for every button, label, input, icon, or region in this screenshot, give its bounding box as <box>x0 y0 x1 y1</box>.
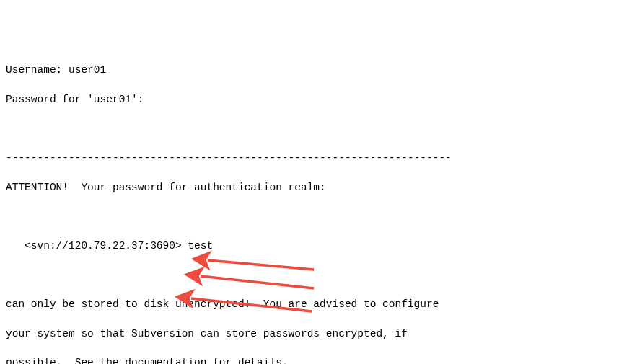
line-password-prompt[interactable]: Password for 'user01': <box>6 92 631 107</box>
svn-realm: <svn://120.79.22.37:3690> test <box>25 240 213 252</box>
username-value: user01 <box>69 64 106 76</box>
line-warn2: your system so that Subversion can store… <box>6 327 631 341</box>
line-warn3: possible. See the documentation for deta… <box>6 355 631 364</box>
line-attention: ATTENTION! Your password for authenticat… <box>6 180 631 195</box>
blank-1 <box>6 121 631 136</box>
divider-1: ----------------------------------------… <box>6 151 631 165</box>
line-username: Username: user01 <box>6 63 631 77</box>
blank-3 <box>6 267 631 282</box>
blank-2 <box>6 209 631 223</box>
username-label: Username: <box>6 64 69 76</box>
line-realm: <svn://120.79.22.37:3690> test <box>6 239 631 253</box>
line-warn1: can only be stored to disk unencrypted! … <box>6 297 631 311</box>
